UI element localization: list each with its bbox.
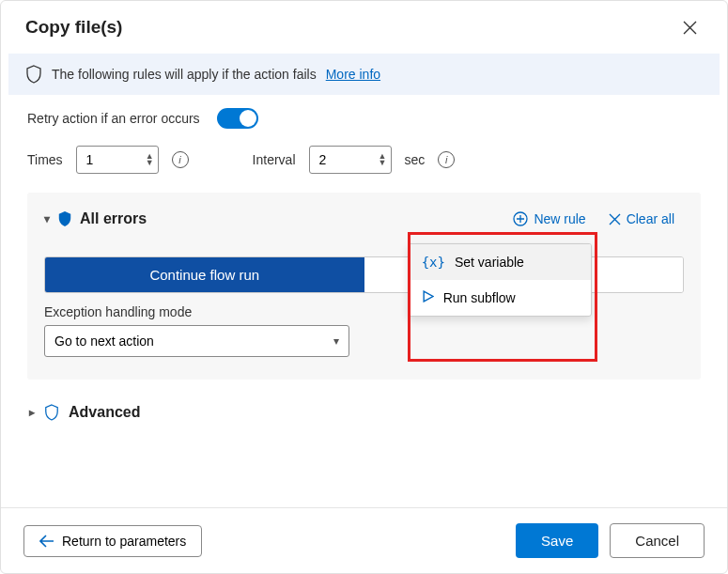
retry-label: Retry action if an error occurs — [27, 111, 200, 126]
mode-select[interactable]: Go to next action ▾ — [44, 325, 349, 357]
dialog: Copy file(s) The following rules will ap… — [0, 0, 728, 574]
errors-header: ▾ All errors New rule — [44, 206, 684, 232]
advanced-toggle[interactable]: ▸ Advanced — [29, 404, 699, 421]
dialog-title: Copy file(s) — [25, 17, 122, 38]
all-errors-label: All errors — [80, 210, 147, 227]
retry-row: Retry action if an error occurs — [27, 108, 701, 129]
info-bar: The following rules will apply if the ac… — [8, 54, 720, 95]
close-button[interactable] — [676, 14, 703, 40]
menu-item-run-subflow[interactable]: Run subflow — [409, 280, 591, 316]
chevron-down-icon: ▼ — [379, 160, 387, 166]
return-label: Return to parameters — [62, 534, 186, 549]
clear-all-button[interactable]: Clear all — [599, 206, 684, 232]
all-errors-toggle[interactable]: ▾ All errors — [44, 210, 147, 227]
dialog-header: Copy file(s) — [1, 1, 727, 50]
interval-label: Interval — [253, 152, 296, 167]
times-value: 1 — [86, 152, 94, 167]
advanced-label: Advanced — [69, 404, 140, 421]
times-input[interactable]: 1 ▲ ▼ — [76, 146, 159, 174]
shield-icon — [57, 210, 72, 227]
interval-unit: sec — [405, 152, 426, 167]
interval-value: 2 — [319, 152, 327, 167]
play-icon — [422, 290, 434, 305]
chevron-right-icon: ▸ — [29, 406, 35, 419]
mode-value: Go to next action — [54, 334, 154, 349]
more-info-link[interactable]: More info — [326, 67, 380, 82]
retry-toggle[interactable] — [217, 108, 258, 129]
new-rule-button[interactable]: New rule — [503, 206, 595, 232]
times-label: Times — [27, 152, 63, 167]
return-button[interactable]: Return to parameters — [23, 525, 202, 557]
new-rule-menu: {x} Set variable Run subflow — [408, 243, 592, 317]
save-button[interactable]: Save — [516, 523, 598, 558]
close-icon — [683, 21, 697, 35]
info-icon[interactable]: i — [172, 151, 189, 168]
content-area: Retry action if an error occurs Times 1 … — [1, 95, 727, 507]
footer-actions: Save Cancel — [516, 523, 705, 558]
close-icon — [609, 213, 621, 225]
segment-continue[interactable]: Continue flow run — [45, 257, 364, 292]
retry-fields: Times 1 ▲ ▼ i Interval 2 ▲ ▼ sec i — [27, 146, 701, 174]
plus-circle-icon — [513, 211, 528, 226]
new-rule-label: New rule — [534, 211, 585, 226]
menu-item-set-variable[interactable]: {x} Set variable — [409, 244, 591, 280]
variable-icon: {x} — [422, 255, 445, 270]
chevron-down-icon: ▾ — [44, 212, 50, 225]
interval-stepper[interactable]: ▲ ▼ — [379, 153, 387, 166]
info-icon[interactable]: i — [438, 151, 455, 168]
interval-input[interactable]: 2 ▲ ▼ — [309, 146, 392, 174]
chevron-down-icon: ▾ — [333, 334, 339, 348]
shield-icon — [25, 65, 42, 84]
toggle-knob — [240, 110, 256, 127]
shield-icon — [44, 404, 59, 421]
menu-label: Set variable — [455, 255, 524, 270]
cancel-button[interactable]: Cancel — [610, 523, 705, 558]
error-actions: New rule {x} Set variable — [503, 206, 684, 232]
menu-label: Run subflow — [443, 290, 516, 305]
errors-section: ▾ All errors New rule — [27, 193, 701, 380]
new-rule-wrap: New rule {x} Set variable — [503, 206, 595, 232]
info-text: The following rules will apply if the ac… — [52, 67, 317, 82]
menu-anchor: {x} Set variable Run subflow — [408, 243, 592, 317]
arrow-left-icon — [39, 535, 54, 548]
times-stepper[interactable]: ▲ ▼ — [146, 153, 154, 166]
clear-all-label: Clear all — [627, 211, 674, 226]
footer: Return to parameters Save Cancel — [1, 507, 727, 573]
chevron-down-icon: ▼ — [146, 160, 154, 166]
